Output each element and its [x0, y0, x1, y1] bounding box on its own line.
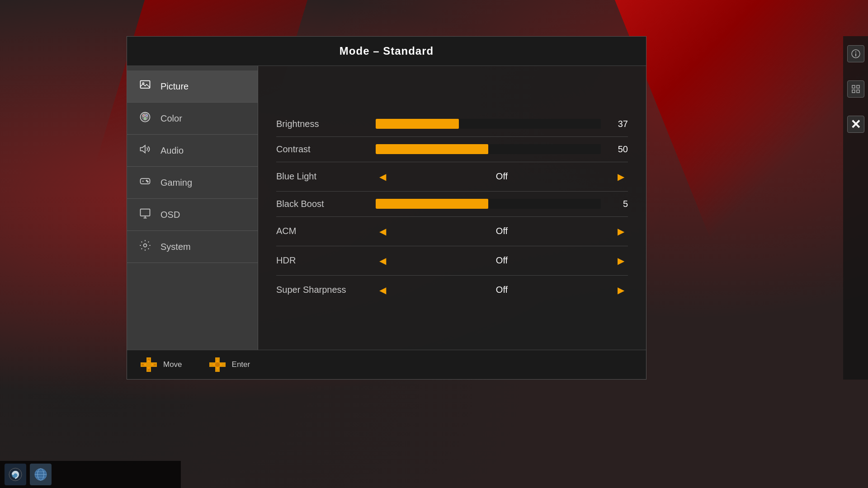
black-boost-track[interactable]: [376, 199, 601, 209]
svg-rect-43: [852, 90, 855, 93]
svg-point-39: [855, 52, 856, 52]
sidebar-item-audio-label: Audio: [160, 145, 184, 156]
acm-value: Off: [484, 226, 520, 236]
blue-light-control: ◀ Off ▶: [376, 169, 628, 184]
svg-rect-44: [857, 90, 859, 93]
footer-enter: Enter: [209, 357, 250, 373]
super-sharpness-value: Off: [484, 285, 520, 295]
super-sharpness-left-arrow[interactable]: ◀: [376, 283, 390, 297]
footer-enter-label: Enter: [232, 360, 250, 369]
black-boost-value: 5: [610, 199, 628, 209]
contrast-track[interactable]: [376, 144, 601, 154]
osd-icon: [138, 207, 152, 222]
super-sharpness-right-arrow[interactable]: ▶: [614, 283, 628, 297]
dpad-enter-icon: [209, 357, 226, 373]
super-sharpness-toggle: ◀ Off ▶: [376, 283, 628, 297]
grid-button[interactable]: [847, 80, 864, 98]
acm-label: ACM: [276, 226, 376, 236]
acm-toggle: ◀ Off ▶: [376, 224, 628, 239]
system-icon: [138, 239, 152, 254]
black-boost-control: 5: [376, 199, 628, 209]
setting-acm: ACM ◀ Off ▶: [276, 217, 628, 246]
sidebar-item-system-label: System: [160, 242, 191, 252]
brightness-fill: [376, 119, 459, 129]
svg-rect-40: [855, 53, 856, 56]
blue-light-left-arrow[interactable]: ◀: [376, 169, 390, 184]
sidebar-item-audio[interactable]: Audio: [127, 135, 258, 167]
black-boost-label: Black Boost: [276, 199, 376, 209]
blue-light-right-arrow[interactable]: ▶: [614, 169, 628, 184]
setting-contrast: Contrast 50: [276, 137, 628, 162]
audio-icon: [138, 143, 152, 158]
contrast-control: 50: [376, 144, 628, 155]
close-icon: ✕: [850, 117, 861, 132]
brightness-track[interactable]: [376, 119, 601, 129]
setting-brightness: Brightness 37: [276, 112, 628, 137]
setting-blue-light: Blue Light ◀ Off ▶: [276, 162, 628, 192]
contrast-value: 50: [610, 144, 628, 155]
acm-left-arrow[interactable]: ◀: [376, 224, 390, 239]
setting-hdr: HDR ◀ Off ▶: [276, 246, 628, 276]
acm-control: ◀ Off ▶: [376, 224, 628, 239]
svg-point-11: [146, 114, 148, 117]
hdr-left-arrow[interactable]: ◀: [376, 253, 390, 268]
blue-light-toggle: ◀ Off ▶: [376, 169, 628, 184]
gaming-icon: [138, 175, 152, 190]
blue-light-value: Off: [484, 171, 520, 182]
svg-rect-42: [857, 85, 859, 88]
sidebar-item-gaming-label: Gaming: [160, 178, 192, 188]
taskbar: [0, 461, 181, 488]
side-buttons-panel: ✕: [843, 36, 868, 380]
svg-point-17: [146, 180, 147, 181]
sidebar-item-osd[interactable]: OSD: [127, 199, 258, 231]
sidebar: Picture Color: [127, 66, 258, 350]
svg-point-10: [142, 114, 145, 117]
brightness-value: 37: [610, 119, 628, 129]
svg-rect-41: [852, 85, 855, 88]
black-boost-fill: [376, 199, 488, 209]
osd-header: Mode – Standard: [127, 37, 646, 66]
svg-rect-7: [141, 81, 150, 88]
osd-footer: Move Enter: [127, 350, 646, 379]
osd-panel: Mode – Standard Picture: [127, 36, 646, 380]
sidebar-item-osd-label: OSD: [160, 210, 180, 220]
osd-title: Mode – Standard: [340, 45, 434, 57]
sidebar-item-gaming[interactable]: Gaming: [127, 167, 258, 199]
hdr-right-arrow[interactable]: ▶: [614, 253, 628, 268]
brightness-control: 37: [376, 119, 628, 129]
taskbar-globe-icon[interactable]: [30, 464, 52, 485]
hdr-label: HDR: [276, 255, 376, 266]
close-button[interactable]: ✕: [847, 116, 864, 133]
setting-super-sharpness: Super Sharpness ◀ Off ▶: [276, 276, 628, 305]
sidebar-item-system[interactable]: System: [127, 231, 258, 263]
sidebar-item-picture-label: Picture: [160, 81, 189, 92]
svg-point-22: [144, 244, 147, 247]
svg-point-33: [215, 362, 220, 367]
acm-right-arrow[interactable]: ▶: [614, 224, 628, 239]
footer-move-label: Move: [163, 360, 182, 369]
sidebar-item-color[interactable]: Color: [127, 103, 258, 135]
contrast-label: Contrast: [276, 144, 376, 155]
hdr-control: ◀ Off ▶: [376, 253, 628, 268]
svg-marker-27: [154, 364, 156, 366]
info-button[interactable]: [847, 45, 864, 62]
svg-point-18: [147, 181, 148, 182]
svg-marker-26: [142, 364, 144, 366]
picture-icon: [138, 79, 152, 94]
taskbar-steam-icon[interactable]: [5, 464, 26, 485]
super-sharpness-label: Super Sharpness: [276, 285, 376, 295]
svg-rect-19: [141, 209, 150, 216]
setting-black-boost: Black Boost 5: [276, 192, 628, 217]
sidebar-item-color-label: Color: [160, 113, 182, 124]
osd-body: Picture Color: [127, 66, 646, 350]
hdr-toggle: ◀ Off ▶: [376, 253, 628, 268]
svg-point-12: [144, 117, 146, 120]
hdr-value: Off: [484, 255, 520, 266]
blue-light-label: Blue Light: [276, 171, 376, 182]
dpad-move-icon: [141, 357, 157, 373]
footer-move: Move: [141, 357, 182, 373]
super-sharpness-control: ◀ Off ▶: [376, 283, 628, 297]
contrast-fill: [376, 144, 488, 154]
svg-marker-13: [141, 145, 146, 153]
sidebar-item-picture[interactable]: Picture: [127, 70, 258, 103]
